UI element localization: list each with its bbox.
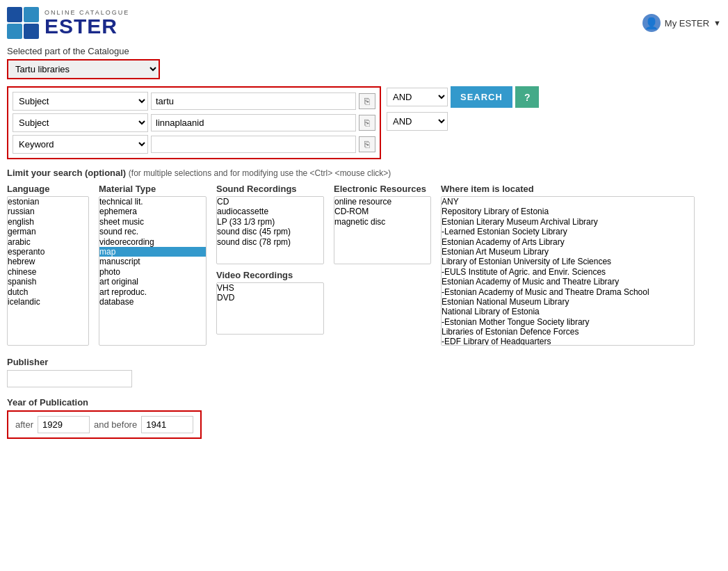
limit-section: Limit your search (optional) (for multip… [7,168,721,346]
sound-video-col: Sound Recordings CD audiocassette LP (33… [216,184,324,335]
search-fields-box: Subject Keyword Title Author ⎘ Subject K… [7,86,381,159]
search-button[interactable]: SEARCH [451,86,512,108]
year-row: after and before [7,410,202,439]
year-label: Year of Publication [7,397,721,408]
material-type-filter: Material Type technical lit. ephemera sh… [99,184,207,346]
limit-note: (for multiple selections and for modifyi… [129,168,391,178]
help-button[interactable]: ? [515,86,540,108]
my-ester-dropdown-icon[interactable]: ▼ [713,19,721,27]
field-select-2[interactable]: Subject Keyword Title Author [13,113,148,132]
sound-recordings-list[interactable]: CD audiocassette LP (33 1/3 rpm) sound d… [216,196,324,264]
logo-ester-text: ESTER [45,16,129,37]
operator-select-1[interactable]: AND OR NOT [387,88,448,106]
publisher-label: Publisher [7,357,721,367]
operator-row-1: AND OR NOT SEARCH ? [387,86,539,108]
sound-recordings-title: Sound Recordings [216,184,324,194]
field-select-3[interactable]: Keyword Subject Title Author [13,135,148,154]
search-row-1: Subject Keyword Title Author ⎘ [13,92,375,111]
year-after-label: after [15,419,33,430]
video-recordings-list[interactable]: VHS DVD [216,282,324,335]
keyboard-btn-1[interactable]: ⎘ [359,93,375,109]
year-after-input[interactable] [38,416,90,433]
language-title: Language [7,184,89,194]
search-input-2[interactable] [151,114,356,131]
logo-cell-2 [24,7,39,22]
search-row-3: Keyword Subject Title Author ⎘ [13,135,375,154]
top-right: 👤 My ESTER ▼ [642,14,721,32]
operator-buttons-col: AND OR NOT SEARCH ? AND OR NOT [387,86,539,156]
electronic-resources-title: Electronic Resources [334,184,431,194]
limit-label: Limit your search (optional) (for multip… [7,168,721,178]
search-section: Subject Keyword Title Author ⎘ Subject K… [7,86,721,159]
catalogue-select[interactable]: Tartu libraries All libraries Tallinn li… [7,59,160,79]
year-before-label: and before [94,419,137,430]
limit-label-bold: Limit your search (optional) [7,168,126,178]
location-list[interactable]: ANY Repository Library of Estonia Estoni… [441,196,695,346]
field-select-1[interactable]: Subject Keyword Title Author [13,92,148,111]
my-ester-label[interactable]: My ESTER [665,18,709,29]
electronic-resources-list[interactable]: online resource CD-ROM magnetic disc [334,196,431,264]
video-recordings-filter: Video Recordings VHS DVD [216,270,324,335]
filters-container: Language estonian russian english german… [7,184,721,346]
search-row-2: Subject Keyword Title Author ⎘ [13,113,375,132]
logo-cell-4 [24,24,39,39]
logo-cell-1 [7,7,22,22]
year-section: Year of Publication after and before [7,397,721,439]
sound-recordings-filter: Sound Recordings CD audiocassette LP (33… [216,184,324,264]
publisher-section: Publisher [7,357,721,387]
material-type-title: Material Type [99,184,207,194]
material-type-list[interactable]: technical lit. ephemera sheet music soun… [99,196,207,346]
user-avatar-icon: 👤 [642,14,661,32]
year-before-input[interactable] [141,416,193,433]
operator-row-spacer [387,135,539,156]
logo-text: ONLINE CATALOGUE ESTER [45,9,129,37]
keyboard-btn-2[interactable]: ⎘ [359,115,375,131]
catalogue-section: Selected part of the Catalogue Tartu lib… [7,46,721,79]
logo-area: ONLINE CATALOGUE ESTER [7,7,134,39]
language-filter: Language estonian russian english german… [7,184,89,346]
operator-row-2: AND OR NOT [387,111,539,132]
keyboard-btn-3[interactable]: ⎘ [359,136,375,152]
operator-select-2[interactable]: AND OR NOT [387,112,448,131]
publisher-input[interactable] [7,370,132,387]
video-recordings-title: Video Recordings [216,270,324,280]
location-filter: Where item is located ANY Repository Lib… [441,184,695,346]
header: ONLINE CATALOGUE ESTER 👤 My ESTER ▼ [7,7,721,39]
search-input-1[interactable] [151,93,356,110]
logo-cell-3 [7,24,22,39]
search-input-3[interactable] [151,136,356,153]
catalogue-label: Selected part of the Catalogue [7,46,721,56]
logo-grid [7,7,39,39]
location-title: Where item is located [441,184,695,194]
electronic-resources-filter: Electronic Resources online resource CD-… [334,184,431,264]
language-list[interactable]: estonian russian english german arabic e… [7,196,89,346]
